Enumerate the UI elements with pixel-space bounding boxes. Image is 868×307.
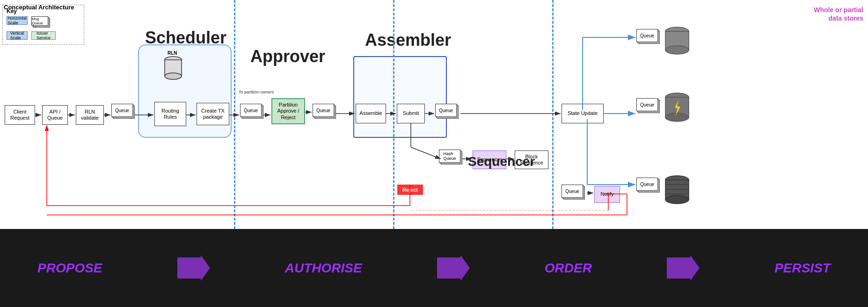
legend-msg-queue: Msg Queue Msg Queue <box>31 16 52 29</box>
routing-rules-box: RoutingRules <box>154 102 186 126</box>
phase-persist: PERSIST <box>774 261 831 276</box>
legend-box: Key HorizontalScale Msg Queue Msg Queue … <box>2 5 84 45</box>
svg-marker-52 <box>667 255 700 281</box>
phase-propose: PROPOSE <box>37 261 102 276</box>
legend-issuer-service: IssuerService <box>31 31 56 40</box>
datastore-cylinder-1 <box>664 26 690 58</box>
assembler-label: Assembler <box>365 30 451 50</box>
main-container: Conceptual Architecture Whole or partial… <box>0 0 868 307</box>
phase-arrow-1 <box>177 255 210 281</box>
assembler-container <box>353 56 447 138</box>
legend-row-2: VerticalScale IssuerService <box>7 31 80 40</box>
svg-point-2 <box>165 73 182 79</box>
legend-title: Key <box>7 8 80 14</box>
legend-horizontal-scale: HorizontalScale <box>7 16 28 25</box>
approver-label: Approver <box>250 47 325 66</box>
rln-validate-box: RLNvalidate <box>76 105 104 125</box>
diagram-area: Conceptual Architecture Whole or partial… <box>0 0 868 229</box>
datastore-cylinder-3 <box>664 174 690 208</box>
svg-point-15 <box>665 195 689 204</box>
notify-box: Notify <box>594 186 620 203</box>
phase-arrow-2 <box>437 255 470 281</box>
data-stores-label: Whole or partialdata stores <box>814 6 863 22</box>
reject-box: Reject <box>397 185 423 195</box>
sequencer-label: Sequencer <box>468 154 535 169</box>
client-request-box: ClientRequest <box>5 105 35 125</box>
svg-marker-50 <box>177 255 210 281</box>
datastore-cylinder-2 <box>664 92 690 126</box>
phase-arrow-3 <box>667 255 700 281</box>
to-partition-owners: To partition owners <box>239 90 276 94</box>
assemble-box: Assemble <box>356 104 386 123</box>
svg-point-5 <box>665 46 689 54</box>
svg-line-33 <box>411 147 441 159</box>
dashed-line-2 <box>393 0 394 229</box>
phase-bar: PROPOSE AUTHORISE ORDER PERSIST <box>0 229 868 307</box>
svg-marker-51 <box>437 255 470 281</box>
scheduler-label: Scheduler <box>145 28 226 48</box>
dashed-line-3 <box>552 0 554 229</box>
phase-order: ORDER <box>545 261 592 276</box>
phase-authorise: AUTHORISE <box>285 261 362 276</box>
submit-box: Submit <box>397 104 425 123</box>
api-queue-box: API /Queue <box>42 105 68 125</box>
state-update-box: State Update <box>562 104 604 123</box>
dashed-line-1 <box>234 0 235 229</box>
create-tx-box: Create TXpackage <box>197 103 229 125</box>
rln-cylinder <box>164 55 182 79</box>
legend-vertical-scale: VerticalScale <box>7 31 28 40</box>
svg-point-8 <box>665 113 689 121</box>
legend-row-1: HorizontalScale Msg Queue Msg Queue <box>7 16 80 29</box>
partition-approve-box: PartitionApprove /Reject <box>271 98 305 124</box>
